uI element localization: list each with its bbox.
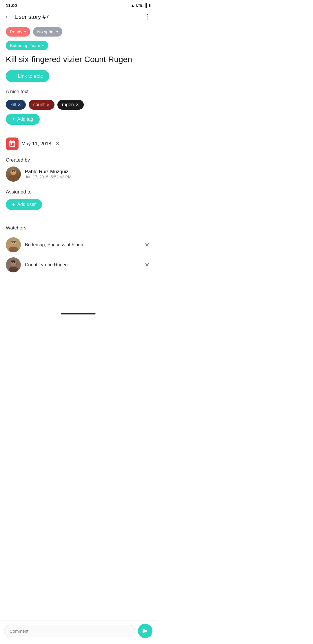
main-content: Ready ▾ No sprint ▾ Buttercup Team ▾ Kil… [0,24,156,309]
sprint-chip-label: No sprint [37,29,54,34]
add-user-plus-icon: + [12,202,15,207]
add-user-button[interactable]: + Add user [6,199,42,210]
due-date-text: May 11, 2018 [21,141,51,147]
tag-kill-label: kill [10,102,16,107]
team-chip-label: Buttercup Team [10,43,40,48]
link-to-epic-button[interactable]: + Link to epic [6,70,49,82]
watcher-1-avatar [6,237,21,252]
due-date-row: May 11, 2018 ✕ [6,138,60,150]
svg-rect-17 [11,261,15,262]
add-tag-label: Add tag [17,117,33,122]
team-chip-chevron: ▾ [42,43,44,48]
wifi-icon: ▲ [131,3,134,8]
story-title: Kill six-fingered vizier Count Rugen [6,54,151,65]
lte-icon: LTE [136,3,143,8]
creator-avatar [6,167,21,182]
tag-count-remove-icon[interactable]: ✕ [46,102,50,107]
tag-rugen-remove-icon[interactable]: ✕ [76,102,79,107]
due-date-icon[interactable] [6,138,19,150]
svg-rect-11 [11,241,16,242]
tag-count[interactable]: count ✕ [29,100,54,110]
creator-avatar-svg [6,167,21,182]
status-chip-label: Ready [10,29,22,34]
status-chip[interactable]: Ready ▾ [6,27,30,37]
watcher-2-avatar-svg [6,257,21,272]
back-button[interactable]: ← [5,12,13,22]
creator-name: Pablo Ruiz Múzquiz [25,169,71,175]
add-tag-plus-icon: + [12,117,15,122]
creator-row: Pablo Ruiz Múzquiz Jun 17, 2015, 5:52:42… [6,167,151,182]
watcher-2-remove-button[interactable]: ✕ [143,260,151,269]
svg-point-4 [14,171,15,172]
tag-kill-remove-icon[interactable]: ✕ [18,102,21,107]
watchers-section: Watchers Buttercup, Princess of Florin ✕ [6,225,151,275]
signal-icon: ▐ [144,3,147,8]
tag-rugen[interactable]: rugen ✕ [57,100,84,110]
due-date-remove-icon[interactable]: ✕ [55,141,60,147]
created-by-label: Created by [6,157,151,163]
watcher-item: Count Tyrone Rugen ✕ [6,255,151,275]
description-text: A nice text [6,89,151,95]
watchers-label: Watchers [6,225,151,231]
battery-icon: ▮ [149,3,151,8]
svg-point-3 [12,171,13,172]
creator-date: Jun 17, 2015, 5:52:42 PM [25,175,71,179]
tag-count-label: count [33,102,45,107]
watcher-1-remove-button[interactable]: ✕ [143,240,151,249]
add-tag-button[interactable]: + Add tag [6,114,40,125]
watcher-2-name: Count Tyrone Rugen [25,262,139,267]
tag-list: kill ✕ count ✕ rugen ✕ [6,100,151,110]
link-epic-plus-icon: + [12,73,16,79]
watcher-1-name: Buttercup, Princess of Florin [25,242,139,247]
home-indicator [0,309,156,316]
watcher-2-avatar [6,257,21,272]
status-bar: 11:00 ▲ LTE ▐ ▮ [0,0,156,10]
add-user-label: Add user [17,202,36,207]
svg-point-8 [9,247,18,252]
svg-point-9 [12,242,13,243]
svg-point-15 [12,262,13,263]
calendar-icon [8,140,16,148]
assigned-to-label: Assigned to [6,189,151,195]
status-time: 11:00 [6,3,17,8]
svg-point-1 [9,176,18,182]
toolbar: ← User story #7 ⋮ [0,10,156,24]
creator-info: Pablo Ruiz Múzquiz Jun 17, 2015, 5:52:42… [25,169,71,179]
svg-rect-5 [12,170,15,171]
more-options-button[interactable]: ⋮ [143,12,152,22]
status-chip-chevron: ▾ [24,30,26,34]
team-chip[interactable]: Buttercup Team ▾ [6,41,48,50]
watcher-1-avatar-svg [6,237,21,252]
tag-kill[interactable]: kill ✕ [6,100,26,110]
svg-point-10 [14,242,15,243]
home-bar [61,313,96,314]
svg-point-16 [14,262,15,263]
chips-row: Ready ▾ No sprint ▾ [6,27,151,37]
sprint-chip-chevron: ▾ [56,30,58,34]
sprint-chip[interactable]: No sprint ▾ [33,27,62,37]
team-chips-row: Buttercup Team ▾ [6,41,151,50]
svg-point-14 [9,267,18,272]
link-epic-label: Link to epic [18,73,43,79]
watcher-item: Buttercup, Princess of Florin ✕ [6,235,151,255]
page-title: User story #7 [14,14,143,20]
status-icons: ▲ LTE ▐ ▮ [131,3,151,8]
tag-rugen-label: rugen [62,102,74,107]
